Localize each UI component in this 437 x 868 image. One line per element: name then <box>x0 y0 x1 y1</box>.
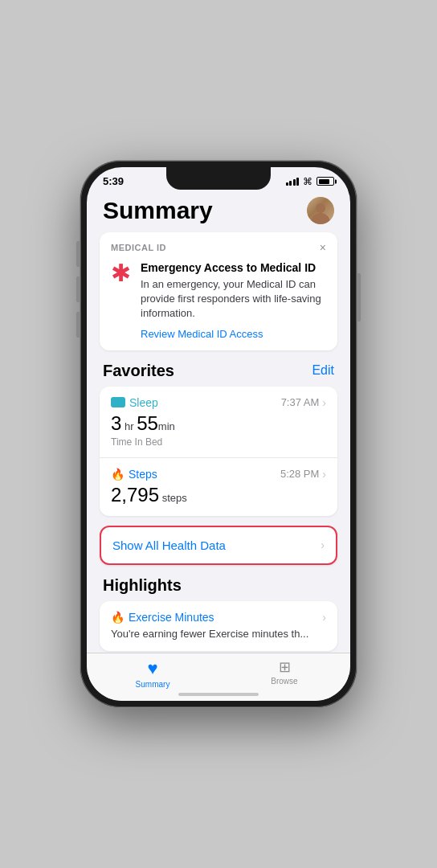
favorites-title: Favorites <box>103 362 174 380</box>
browse-grid-icon: ⊞ <box>279 660 291 674</box>
exercise-description: You're earning fewer Exercise minutes th… <box>111 627 326 641</box>
screen-content[interactable]: Summary MEDICAL ID × ✱ Emergency Access … <box>87 190 350 689</box>
show-all-chevron-icon: › <box>321 538 325 551</box>
steps-count: 2,795 <box>111 484 159 506</box>
medical-id-card: MEDICAL ID × ✱ Emergency Access to Medic… <box>100 232 337 350</box>
steps-item[interactable]: 🔥 Steps 5:28 PM › 2,795 steps <box>100 458 337 516</box>
steps-label: Steps <box>129 468 157 481</box>
highlights-card: 🔥 Exercise Minutes › You're earning fewe… <box>100 601 337 651</box>
tab-summary[interactable]: ♥ Summary <box>87 660 218 689</box>
card-title: Emergency Access to Medical ID <box>141 261 326 274</box>
steps-time: 5:28 PM › <box>280 468 326 481</box>
sleep-time: 7:37 AM › <box>281 396 326 409</box>
summary-heart-icon: ♥ <box>147 660 157 678</box>
highlights-section-header: Highlights <box>87 576 350 601</box>
page-title: Summary <box>103 197 213 224</box>
sleep-minutes: 55 <box>137 412 158 434</box>
sleep-icon <box>111 397 125 407</box>
close-button[interactable]: × <box>320 242 326 253</box>
review-medical-id-link[interactable]: Review Medical ID Access <box>141 328 263 340</box>
tab-summary-label: Summary <box>136 680 170 689</box>
sleep-min-unit: min <box>158 420 175 432</box>
sleep-time-value: 7:37 AM <box>281 396 320 408</box>
exercise-chevron-icon: › <box>322 611 326 624</box>
exercise-item-title: 🔥 Exercise Minutes <box>111 611 214 624</box>
card-body: ✱ Emergency Access to Medical ID In an e… <box>111 261 326 341</box>
favorites-list: Sleep 7:37 AM › 3 hr 55min Time In Bed <box>100 387 337 516</box>
battery-icon <box>317 177 334 186</box>
show-all-label: Show All Health Data <box>112 538 226 552</box>
steps-time-value: 5:28 PM <box>280 468 319 480</box>
steps-item-header: 🔥 Steps 5:28 PM › <box>111 468 326 481</box>
sleep-label: Sleep <box>129 396 158 409</box>
sleep-chevron-icon: › <box>322 396 326 409</box>
exercise-label: Exercise Minutes <box>129 611 214 624</box>
signal-icon <box>286 178 300 186</box>
steps-value: 2,795 steps <box>111 484 326 506</box>
steps-item-title: 🔥 Steps <box>111 468 157 481</box>
sleep-hours: 3 <box>111 412 121 434</box>
sleep-item-title: Sleep <box>111 396 158 409</box>
status-time: 5:39 <box>103 175 124 187</box>
home-indicator <box>178 693 259 696</box>
sleep-value: 3 hr 55min <box>111 412 326 435</box>
steps-unit: steps <box>159 492 187 504</box>
wifi-icon: ⌘ <box>303 176 312 187</box>
card-header: MEDICAL ID × <box>111 242 326 253</box>
steps-chevron-icon: › <box>322 468 326 481</box>
header: Summary <box>87 190 350 232</box>
sleep-item[interactable]: Sleep 7:37 AM › 3 hr 55min Time In Bed <box>100 387 337 458</box>
edit-button[interactable]: Edit <box>312 363 334 378</box>
status-icons: ⌘ <box>286 176 335 187</box>
avatar-image <box>307 197 334 224</box>
phone-frame: 5:39 ⌘ Summary <box>80 161 357 707</box>
show-all-card[interactable]: Show All Health Data › <box>100 526 337 565</box>
exercise-item-header: 🔥 Exercise Minutes › <box>111 611 326 624</box>
sleep-hr-unit: hr <box>121 420 137 432</box>
exercise-minutes-item[interactable]: 🔥 Exercise Minutes › You're earning fewe… <box>100 601 337 651</box>
favorites-section-header: Favorites Edit <box>87 362 350 387</box>
medical-star-icon: ✱ <box>111 261 131 285</box>
card-text: Emergency Access to Medical ID In an eme… <box>141 261 326 341</box>
tab-browse-label: Browse <box>271 677 297 686</box>
fire-icon: 🔥 <box>111 468 125 481</box>
tab-browse[interactable]: ⊞ Browse <box>218 660 350 686</box>
avatar[interactable] <box>307 197 334 224</box>
show-all-item[interactable]: Show All Health Data › <box>101 527 336 563</box>
card-label: MEDICAL ID <box>111 243 166 252</box>
phone-screen: 5:39 ⌘ Summary <box>87 167 350 701</box>
exercise-fire-icon: 🔥 <box>111 611 125 624</box>
highlights-title: Highlights <box>103 576 182 595</box>
card-description: In an emergency, your Medical ID can pro… <box>141 277 326 321</box>
sleep-subtitle: Time In Bed <box>111 436 326 448</box>
sleep-item-header: Sleep 7:37 AM › <box>111 396 326 409</box>
notch <box>166 167 271 190</box>
